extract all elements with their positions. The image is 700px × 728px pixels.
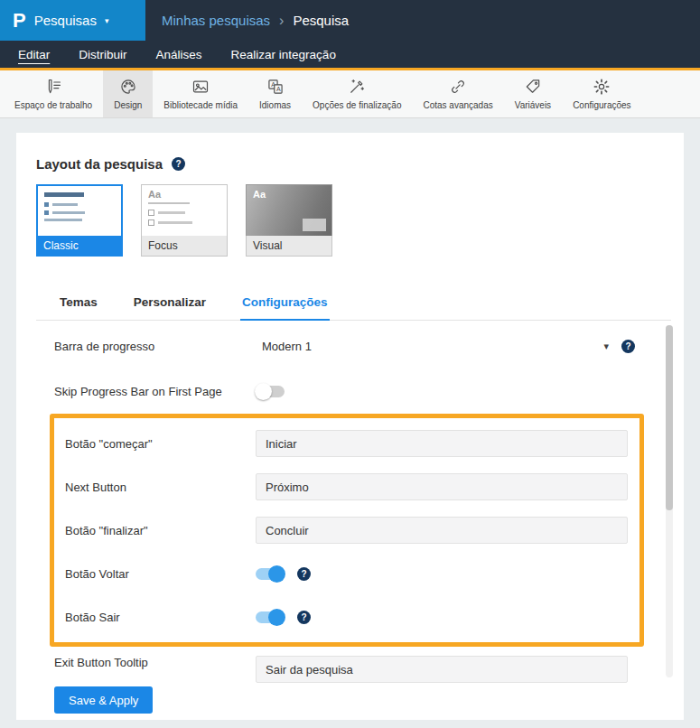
- thumb-aa-text: Aa: [253, 190, 325, 200]
- layout-option-label: Visual: [246, 236, 332, 257]
- help-icon[interactable]: ?: [172, 157, 185, 171]
- layout-option-label: Classic: [36, 236, 123, 257]
- start-button-input[interactable]: [256, 430, 628, 457]
- tab-personalizar[interactable]: Personalizar: [132, 288, 208, 320]
- layout-options: Classic Aa Focus Aa Visual: [36, 184, 332, 257]
- media-image-icon: [191, 78, 210, 98]
- breadcrumb-parent-link[interactable]: Minhas pesquisas: [162, 13, 270, 28]
- layout-option-focus[interactable]: Aa Focus: [141, 184, 228, 257]
- toolbar-item-languages[interactable]: AA Idiomas: [248, 70, 302, 117]
- setting-row-finish-button: Botão "finalizar": [54, 509, 639, 552]
- setting-row-start-button: Botão "começar": [54, 422, 639, 465]
- toolbar-item-design[interactable]: Design: [103, 70, 153, 117]
- setting-row-exit-button: Botão Sair ?: [54, 595, 639, 639]
- toolbar-item-label: Configurações: [573, 100, 630, 110]
- progress-bar-select-value[interactable]: Modern 1: [262, 340, 312, 353]
- setting-row-back-button: Botão Voltar ?: [54, 552, 639, 595]
- app-window: P Pesquisas ▾ Minhas pesquisas › Pesquis…: [0, 0, 700, 728]
- scrollbar-track[interactable]: [666, 325, 673, 677]
- toolbar-item-workspace[interactable]: Espaço de trabalho: [4, 70, 103, 117]
- design-tabs: Temas Personalizar Configurações: [36, 288, 671, 321]
- nav-tab-distribuir[interactable]: Distribuir: [79, 48, 126, 61]
- page-title: Layout da pesquisa: [36, 156, 163, 172]
- help-icon[interactable]: ?: [297, 611, 311, 624]
- layout-option-label: Focus: [141, 236, 228, 257]
- palette-icon: [119, 78, 137, 98]
- breadcrumb-current: Pesquisa: [293, 13, 349, 28]
- section-head: Layout da pesquisa ?: [36, 156, 185, 172]
- toolbar-item-finish-options[interactable]: Opções de finalização: [302, 70, 412, 117]
- breadcrumb: Minhas pesquisas › Pesquisa: [145, 0, 700, 41]
- toolbar-item-label: Variáveis: [515, 100, 551, 110]
- product-switcher[interactable]: P Pesquisas ▾: [0, 0, 145, 41]
- next-button-input[interactable]: [256, 473, 628, 500]
- setting-label: Barra de progresso: [36, 340, 256, 353]
- setting-row-skip-progress: Skip Progress Bar on First Page: [36, 369, 673, 414]
- nav-tab-analises[interactable]: Análises: [156, 48, 202, 61]
- design-card: Layout da pesquisa ? Classic Aa: [16, 133, 684, 720]
- setting-label: Botão Voltar: [54, 567, 256, 581]
- toolbar-item-advanced-quotas[interactable]: Cotas avançadas: [412, 70, 503, 117]
- product-menu-label: Pesquisas: [34, 13, 97, 28]
- classic-thumbnail: [36, 184, 123, 236]
- thumb-aa-text: Aa: [148, 190, 220, 200]
- chevron-down-icon[interactable]: ▾: [603, 341, 609, 352]
- magic-wand-icon: [348, 78, 366, 98]
- setting-label: Botão "começar": [54, 437, 256, 451]
- setting-label: Exit Button Tooltip: [36, 656, 256, 669]
- layout-option-classic[interactable]: Classic: [36, 184, 123, 257]
- toolbar-item-label: Design: [114, 100, 142, 110]
- toolbar-item-label: Cotas avançadas: [423, 100, 492, 110]
- toolbar-item-label: Idiomas: [259, 100, 291, 110]
- setting-label: Skip Progress Bar on First Page: [36, 385, 256, 398]
- tab-temas[interactable]: Temas: [58, 288, 99, 320]
- save-apply-button[interactable]: Save & Apply: [54, 686, 153, 714]
- back-button-toggle[interactable]: [256, 568, 285, 580]
- finish-button-input[interactable]: [256, 517, 628, 544]
- toolbar-item-variables[interactable]: Variáveis: [504, 70, 562, 117]
- help-icon[interactable]: ?: [621, 340, 635, 353]
- skip-progress-toggle[interactable]: [256, 386, 285, 397]
- toolbar-item-label: Bibliotecade mídia: [163, 100, 238, 110]
- exit-button-toggle[interactable]: [256, 611, 285, 623]
- highlight-box: Botão "começar" Next Button Botão "final…: [50, 414, 644, 647]
- visual-thumbnail: Aa: [246, 184, 332, 236]
- nav-tab-editar[interactable]: Editar: [18, 48, 50, 61]
- settings-panel: Barra de progresso Modern 1 ▾ ? Skip Pro…: [36, 318, 673, 683]
- toolbar-item-label: Opções de finalização: [313, 100, 401, 110]
- layout-option-visual[interactable]: Aa Visual: [246, 184, 332, 257]
- setting-row-next-button: Next Button: [54, 465, 639, 509]
- setting-label: Botão "finalizar": [54, 524, 256, 537]
- chain-links-icon: [449, 78, 467, 98]
- chevron-down-icon: ▾: [105, 16, 109, 25]
- toolbar-item-media-library[interactable]: Bibliotecade mídia: [153, 70, 248, 117]
- breadcrumb-separator-icon: ›: [279, 13, 284, 29]
- workspace-pencil-icon: [44, 78, 62, 98]
- toolbar-item-settings[interactable]: Configurações: [562, 70, 641, 117]
- nav-tab-integracao[interactable]: Realizar integração: [231, 48, 336, 61]
- focus-thumbnail: Aa: [141, 184, 228, 236]
- help-icon[interactable]: ?: [297, 567, 311, 581]
- setting-row-exit-tooltip: Exit Button Tooltip: [36, 649, 673, 683]
- edit-toolbar: Espaço de trabalho Design Bibliotecade m…: [0, 70, 700, 118]
- exit-tooltip-input[interactable]: [256, 656, 628, 683]
- questionpro-logo: P: [13, 11, 26, 31]
- toolbar-item-label: Espaço de trabalho: [14, 100, 92, 110]
- gear-icon: [593, 78, 611, 98]
- scrollbar-thumb[interactable]: [666, 325, 673, 510]
- setting-label: Botão Sair: [54, 611, 256, 624]
- tag-icon: [524, 78, 542, 98]
- main-nav: Editar Distribuir Análises Realizar inte…: [0, 41, 700, 70]
- topbar: P Pesquisas ▾ Minhas pesquisas › Pesquis…: [0, 0, 700, 41]
- setting-row-progress-bar: Barra de progresso Modern 1 ▾ ?: [36, 323, 673, 369]
- setting-label: Next Button: [54, 481, 256, 494]
- translate-icon: AA: [266, 78, 285, 98]
- svg-text:A: A: [276, 86, 281, 93]
- content-area: Layout da pesquisa ? Classic Aa: [0, 118, 700, 728]
- tab-configuracoes[interactable]: Configurações: [240, 288, 330, 321]
